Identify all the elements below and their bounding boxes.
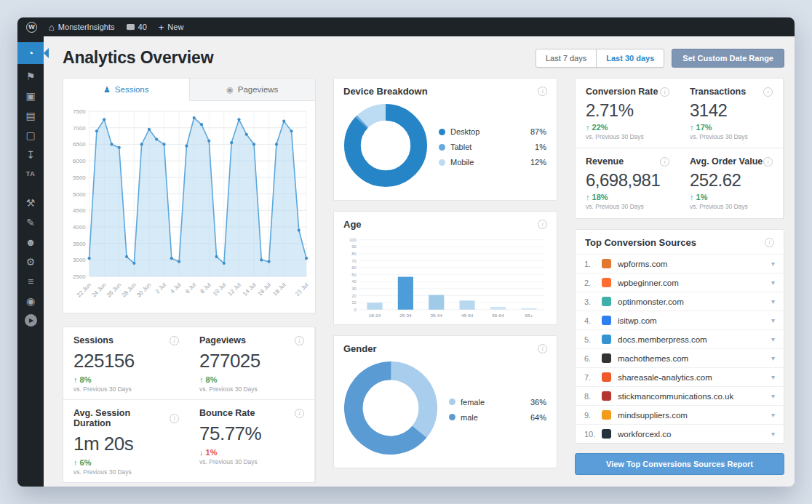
info-icon[interactable]	[170, 336, 179, 345]
stat-card: Sessions 225156 ↑ 8% vs. Previous 30 Day…	[63, 327, 189, 400]
info-icon[interactable]	[170, 414, 179, 423]
set-custom-date-range-button[interactable]: Set Custom Date Range	[672, 49, 784, 68]
source-rank: 4.	[584, 316, 602, 325]
page-title: Analytics Overview	[63, 48, 213, 68]
chevron-down-icon[interactable]	[771, 279, 775, 287]
svg-text:50: 50	[351, 273, 357, 277]
sidebar-item[interactable]: ▣	[17, 86, 44, 105]
info-icon[interactable]	[660, 157, 669, 167]
new-menu[interactable]: New	[159, 23, 184, 32]
chevron-down-icon[interactable]	[771, 412, 775, 419]
info-icon[interactable]	[295, 409, 304, 418]
sidebar-item[interactable]: ↧	[17, 145, 44, 164]
chevron-down-icon[interactable]	[771, 298, 775, 305]
source-row[interactable]: 10. workforcexl.co	[576, 424, 784, 443]
chevron-down-icon[interactable]	[771, 355, 775, 362]
source-row[interactable]: 9. mindsuppliers.com	[576, 405, 784, 424]
tab-pageviews[interactable]: Pageviews	[190, 79, 316, 101]
legend-percent: 12%	[525, 158, 546, 167]
stat-label: Sessions	[73, 335, 114, 345]
source-row[interactable]: 2. wpbeginner.com	[576, 273, 784, 292]
svg-text:24 Jun: 24 Jun	[90, 281, 107, 298]
source-domain: wpforms.com	[618, 260, 771, 268]
source-row[interactable]: 5. docs.memberpress.com	[576, 329, 784, 348]
svg-text:16 Jul: 16 Jul	[257, 281, 272, 297]
source-domain: mindsuppliers.com	[618, 411, 771, 420]
trend-arrow-icon: ↑	[690, 193, 694, 201]
info-icon[interactable]	[660, 87, 669, 97]
chevron-down-icon[interactable]	[771, 317, 775, 324]
info-icon[interactable]	[538, 344, 547, 353]
source-favicon	[602, 335, 611, 344]
stat-note: vs. Previous 30 Days	[73, 468, 179, 476]
sidebar-item[interactable]: ✎	[17, 212, 44, 232]
sidebar-item-icon: ≡	[28, 276, 33, 287]
svg-text:7000: 7000	[73, 125, 86, 132]
card-title: Device Breakdown	[343, 86, 428, 97]
info-icon[interactable]	[538, 220, 547, 229]
source-row[interactable]: 3. optinmonster.com	[576, 292, 784, 311]
sidebar-item[interactable]: ◔	[17, 42, 44, 64]
svg-text:12 Jul: 12 Jul	[227, 281, 242, 297]
sidebar-item[interactable]: ⚑	[17, 66, 44, 86]
trend-arrow-icon: ↑	[73, 375, 78, 384]
stat-card: Pageviews 277025 ↑ 8% vs. Previous 30 Da…	[189, 327, 315, 400]
info-icon[interactable]	[765, 238, 774, 247]
svg-text:40: 40	[351, 280, 357, 284]
view-top-conversions-report-button[interactable]: View Top Conversions Sources Report	[575, 453, 784, 475]
source-row[interactable]: 8. stickmancommunications.co.uk	[576, 386, 784, 405]
sidebar-item[interactable]: ▶	[17, 311, 44, 330]
eye-icon	[226, 85, 234, 95]
svg-text:14 Jul: 14 Jul	[242, 281, 257, 297]
legend-dot	[439, 159, 445, 166]
sidebar-item[interactable]: ▤	[17, 105, 44, 125]
last-7-days-button[interactable]: Last 7 days	[536, 49, 597, 68]
source-row[interactable]: 4. isitwp.com	[576, 311, 784, 329]
source-rank: 8.	[584, 392, 602, 401]
chevron-down-icon[interactable]	[771, 336, 775, 343]
chevron-down-icon[interactable]	[771, 393, 775, 400]
sidebar-item-icon: ⚙	[26, 257, 36, 267]
summary-stats-grid: Sessions 225156 ↑ 8% vs. Previous 30 Day…	[63, 327, 316, 483]
source-row[interactable]: 6. machothemes.com	[576, 348, 784, 367]
legend-label: male	[461, 413, 478, 422]
trend-arrow-icon: ↓	[199, 448, 204, 457]
source-rank: 6.	[584, 354, 602, 363]
stat-change: ↓ 1%	[199, 448, 304, 457]
date-range-controls: Last 7 days Last 30 days Set Custom Date…	[536, 49, 784, 68]
donut-chart-svg	[344, 361, 437, 455]
svg-text:10 Jul: 10 Jul	[212, 281, 227, 297]
info-icon[interactable]	[538, 87, 547, 96]
source-row[interactable]: 7. shareasale-analytics.com	[576, 367, 784, 386]
last-30-days-button[interactable]: Last 30 days	[596, 49, 664, 68]
tab-sessions[interactable]: Sessions	[63, 79, 190, 101]
kpi-card: Conversion Rate 2.71% ↑ 22% vs. Previous…	[576, 79, 680, 148]
sidebar-item[interactable]: ⚙	[17, 252, 44, 271]
sidebar-item[interactable]: ≡	[17, 271, 44, 291]
info-icon[interactable]	[295, 336, 304, 345]
chevron-down-icon[interactable]	[771, 431, 775, 438]
wordpress-logo[interactable]	[26, 22, 37, 33]
comments-menu[interactable]: 40	[127, 23, 147, 31]
site-menu[interactable]: MonsterInsights	[49, 23, 115, 32]
legend-percent: 1%	[529, 143, 546, 151]
info-icon[interactable]	[763, 157, 773, 167]
svg-text:6 Jul: 6 Jul	[184, 281, 197, 295]
trend-arrow-icon: ↑	[73, 458, 78, 467]
sidebar-item[interactable]: ⚒	[17, 193, 44, 212]
source-row[interactable]: 1. wpforms.com	[576, 255, 784, 273]
svg-text:90: 90	[351, 245, 357, 249]
sidebar-item-icon: ⚒	[26, 198, 36, 208]
age-card: Age 010203040506070809010018-2425-3435-4…	[333, 211, 557, 325]
sidebar-item[interactable]: ▢	[17, 125, 44, 145]
chevron-down-icon[interactable]	[771, 374, 775, 381]
new-label: New	[167, 23, 183, 31]
kpi-value: 6,698,981	[586, 170, 669, 191]
kpi-note: vs. Previous 30 Days	[690, 133, 773, 140]
source-rank: 3.	[584, 297, 602, 306]
chevron-down-icon[interactable]	[771, 260, 775, 268]
sidebar-item[interactable]: TA	[17, 164, 44, 184]
sidebar-item[interactable]: ◉	[17, 291, 44, 311]
info-icon[interactable]	[763, 87, 773, 97]
sidebar-item[interactable]: ☻	[17, 232, 44, 252]
